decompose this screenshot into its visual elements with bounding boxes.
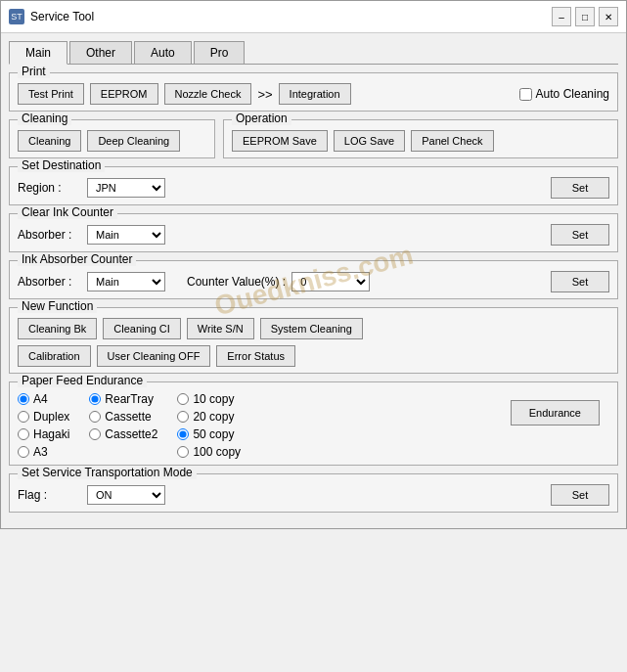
region-label: Region : bbox=[18, 181, 81, 195]
cleaning-bk-button[interactable]: Cleaning Bk bbox=[18, 318, 97, 339]
tab-main[interactable]: Main bbox=[9, 41, 67, 65]
flag-label: Flag : bbox=[18, 488, 81, 502]
radio-cassette2-label: Cassette2 bbox=[105, 427, 157, 441]
operation-section-label: Operation bbox=[232, 112, 291, 125]
log-save-button[interactable]: LOG Save bbox=[334, 130, 405, 152]
radio-duplex: Duplex bbox=[18, 410, 69, 424]
radio-100copy-label: 100 copy bbox=[193, 445, 241, 459]
radio-10copy: 10 copy bbox=[177, 392, 241, 406]
new-function-label: New Function bbox=[18, 299, 97, 313]
clear-ink-set-wrap: Set bbox=[551, 224, 609, 246]
destination-row: Region : JPN USA EUR Set bbox=[18, 173, 609, 199]
nozzle-check-button[interactable]: Nozzle Check bbox=[164, 83, 252, 105]
transport-set-button[interactable]: Set bbox=[551, 484, 609, 506]
ink-absorber-absorber-label: Absorber : bbox=[18, 275, 81, 289]
transportation-label: Set Service Transportation Mode bbox=[18, 466, 197, 479]
radio-20copy-label: 20 copy bbox=[193, 410, 234, 424]
print-section-label: Print bbox=[18, 65, 50, 78]
radio-cassette2: Cassette2 bbox=[89, 427, 157, 441]
paper-feed-label: Paper Feed Endurance bbox=[18, 374, 147, 387]
clear-ink-row: Absorber : Main Sub Set bbox=[18, 220, 609, 246]
paper-feed-section: Paper Feed Endurance A4 Duplex Hagaki bbox=[9, 381, 618, 466]
system-cleaning-button[interactable]: System Cleaning bbox=[260, 318, 363, 339]
radio-hagaki-label: Hagaki bbox=[33, 427, 69, 441]
tab-other[interactable]: Other bbox=[69, 41, 132, 64]
deep-cleaning-button[interactable]: Deep Cleaning bbox=[87, 130, 180, 152]
minimize-button[interactable]: – bbox=[552, 7, 571, 26]
region-select[interactable]: JPN USA EUR bbox=[87, 178, 165, 198]
transportation-section: Set Service Transportation Mode Flag : O… bbox=[9, 473, 618, 513]
radio-10copy-input[interactable] bbox=[177, 393, 189, 405]
cleaning-ci-button[interactable]: Cleaning CI bbox=[103, 318, 180, 339]
set-destination-section: Set Destination Region : JPN USA EUR Set bbox=[9, 166, 618, 205]
destination-set-button[interactable]: Set bbox=[551, 177, 609, 199]
new-func-row1: Cleaning Bk Cleaning CI Write S/N System… bbox=[18, 314, 609, 339]
radio-cassette-input[interactable] bbox=[89, 411, 101, 423]
close-button[interactable]: ✕ bbox=[599, 7, 618, 26]
absorber-label: Absorber : bbox=[18, 228, 81, 242]
transport-row: Flag : ON OFF Set bbox=[18, 480, 609, 506]
operation-section: Operation EEPROM Save LOG Save Panel Che… bbox=[223, 119, 618, 158]
auto-cleaning-wrap: Auto Cleaning bbox=[519, 87, 609, 101]
arrow-icon: >> bbox=[257, 87, 272, 102]
maximize-button[interactable]: □ bbox=[575, 7, 595, 26]
error-status-button[interactable]: Error Status bbox=[216, 345, 295, 367]
panel-check-button[interactable]: Panel Check bbox=[411, 130, 493, 152]
paper-feed-content: A4 Duplex Hagaki A3 bbox=[18, 388, 609, 459]
titlebar-left: ST Service Tool bbox=[9, 9, 94, 24]
main-content: Ouedkniss.com Main Other Auto Pro Print … bbox=[1, 33, 626, 528]
eeprom-button[interactable]: EEPROM bbox=[90, 83, 158, 105]
absorber-select[interactable]: Main Sub bbox=[87, 225, 165, 245]
integration-button[interactable]: Integration bbox=[279, 83, 351, 105]
radio-duplex-input[interactable] bbox=[18, 411, 29, 423]
radio-20copy: 20 copy bbox=[177, 410, 241, 424]
radio-a4-label: A4 bbox=[33, 392, 48, 406]
tab-auto[interactable]: Auto bbox=[134, 41, 192, 64]
auto-cleaning-label: Auto Cleaning bbox=[536, 87, 609, 101]
radio-a3: A3 bbox=[18, 445, 69, 459]
radio-50copy-label: 50 copy bbox=[193, 427, 234, 441]
operation-btn-row: EEPROM Save LOG Save Panel Check bbox=[232, 126, 609, 152]
radio-hagaki: Hagaki bbox=[18, 427, 69, 441]
endurance-button[interactable]: Endurance bbox=[511, 400, 600, 426]
radio-100copy: 100 copy bbox=[177, 445, 241, 459]
calibration-button[interactable]: Calibration bbox=[18, 345, 91, 367]
tab-pro[interactable]: Pro bbox=[194, 41, 246, 64]
clear-ink-section: Clear Ink Counter Absorber : Main Sub Se… bbox=[9, 213, 618, 252]
counter-value-select[interactable]: 0 bbox=[291, 272, 370, 291]
radio-a3-label: A3 bbox=[33, 445, 48, 459]
cleaning-section: Cleaning Cleaning Deep Cleaning bbox=[9, 119, 215, 158]
paper-size-col: A4 Duplex Hagaki A3 bbox=[18, 392, 69, 459]
clear-ink-set-button[interactable]: Set bbox=[551, 224, 609, 246]
set-destination-label: Set Destination bbox=[18, 158, 105, 172]
write-sn-button[interactable]: Write S/N bbox=[187, 318, 254, 339]
flag-select[interactable]: ON OFF bbox=[87, 485, 165, 505]
cleaning-btn-row: Cleaning Deep Cleaning bbox=[18, 126, 206, 152]
radio-cassette2-input[interactable] bbox=[89, 428, 101, 440]
auto-cleaning-checkbox[interactable] bbox=[519, 88, 532, 101]
radio-cassette: Cassette bbox=[89, 410, 157, 424]
radio-hagaki-input[interactable] bbox=[18, 428, 29, 440]
clear-ink-label: Clear Ink Counter bbox=[18, 205, 117, 219]
cleaning-button[interactable]: Cleaning bbox=[18, 130, 81, 152]
titlebar: ST Service Tool – □ ✕ bbox=[1, 1, 626, 33]
eeprom-save-button[interactable]: EEPROM Save bbox=[232, 130, 328, 152]
radio-100copy-input[interactable] bbox=[177, 446, 189, 458]
radio-50copy-input[interactable] bbox=[177, 428, 189, 440]
endurance-btn-wrap: Endurance bbox=[511, 400, 600, 426]
radio-20copy-input[interactable] bbox=[177, 411, 189, 423]
radio-reartray-input[interactable] bbox=[89, 393, 101, 405]
tab-bar: Main Other Auto Pro bbox=[9, 41, 618, 65]
radio-a3-input[interactable] bbox=[18, 446, 29, 458]
counter-value-label: Counter Value(%) : bbox=[187, 275, 286, 289]
test-print-button[interactable]: Test Print bbox=[18, 83, 84, 105]
ink-absorber-label: Ink Absorber Counter bbox=[18, 252, 136, 266]
user-cleaning-off-button[interactable]: User Cleaning OFF bbox=[97, 345, 211, 367]
ink-absorber-set-wrap: Set bbox=[551, 271, 609, 292]
ink-absorber-select[interactable]: Main Sub bbox=[87, 272, 165, 291]
ink-absorber-set-button[interactable]: Set bbox=[551, 271, 609, 292]
radio-a4-input[interactable] bbox=[18, 393, 29, 405]
transport-set-wrap: Set bbox=[551, 484, 609, 506]
radio-cassette-label: Cassette bbox=[105, 410, 151, 424]
radio-reartray: RearTray bbox=[89, 392, 157, 406]
